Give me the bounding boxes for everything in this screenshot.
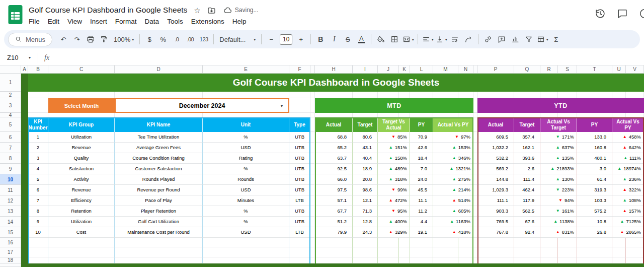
row-header-14[interactable]: 14 <box>0 217 21 227</box>
text-wrap-button[interactable] <box>448 33 461 46</box>
ytd-actual-vs-target-cell[interactable]: ▲831% <box>540 227 577 238</box>
kpi-unit-cell[interactable]: USD <box>203 227 289 238</box>
kpi-number-cell[interactable]: 7 <box>28 195 48 206</box>
cell[interactable] <box>399 92 410 98</box>
cell[interactable] <box>433 92 458 98</box>
kpi-unit-cell[interactable]: Minutes <box>203 195 289 206</box>
column-header-gap-g[interactable] <box>310 65 315 74</box>
ytd-actual-vs-target-cell[interactable]: ▼171% <box>540 132 577 143</box>
cell[interactable] <box>626 92 644 98</box>
cell[interactable] <box>473 92 477 98</box>
row-header-15[interactable]: 15 <box>0 227 21 238</box>
cell[interactable] <box>577 247 612 257</box>
cell[interactable] <box>310 143 315 153</box>
cell[interactable] <box>399 113 410 117</box>
kpi-type-cell[interactable]: UTB <box>289 174 310 185</box>
menu-format[interactable]: Format <box>111 17 141 26</box>
cell[interactable] <box>577 238 612 247</box>
mtd-actual-vs-py-cell[interactable]: ▲153% <box>433 143 473 153</box>
kpi-group-cell[interactable]: Revenue <box>48 185 115 195</box>
kpi-number-cell[interactable]: 9 <box>28 217 48 227</box>
column-header-D[interactable]: D <box>115 65 203 74</box>
sheets-logo-icon[interactable] <box>8 5 23 25</box>
functions-button[interactable]: Σ <box>549 33 562 46</box>
cell[interactable] <box>310 206 315 217</box>
row-header-7[interactable]: 7 <box>0 143 21 153</box>
ytd-target-cell[interactable]: 2.6 <box>514 164 540 174</box>
cell[interactable] <box>558 92 577 98</box>
ytd-target-cell[interactable]: 462.4 <box>514 185 540 195</box>
cell[interactable] <box>310 238 315 247</box>
mtd-actual-vs-py-cell[interactable]: ▲514% <box>433 195 473 206</box>
menu-edit[interactable]: Edit <box>44 17 63 26</box>
comment-history-icon[interactable] <box>617 8 628 19</box>
kpi-type-cell[interactable]: UTB <box>289 164 310 174</box>
cell[interactable] <box>473 247 477 257</box>
column-header-P[interactable]: P <box>477 65 514 74</box>
cell[interactable] <box>378 238 399 247</box>
mtd-actual-vs-py-cell[interactable]: ▲275% <box>433 174 473 185</box>
column-header-B[interactable]: B <box>28 65 48 74</box>
mtd-py-cell[interactable]: 70.9 <box>410 132 433 143</box>
cell[interactable] <box>353 113 378 117</box>
cell[interactable] <box>626 247 644 257</box>
cell[interactable] <box>203 238 289 247</box>
mtd-target-cell[interactable]: 71.3 <box>353 206 378 217</box>
select-all-corner[interactable] <box>0 65 21 74</box>
mtd-target-vs-actual-cell[interactable]: ▲472% <box>378 195 410 206</box>
cell[interactable] <box>473 164 477 174</box>
ytd-target-cell[interactable]: 117.9 <box>514 195 540 206</box>
ytd-actual-vs-py-cell[interactable]: ▲157% <box>612 206 644 217</box>
mtd-py-cell[interactable]: 11.2 <box>410 206 433 217</box>
cell[interactable] <box>353 247 378 257</box>
cell[interactable] <box>28 247 48 257</box>
cell[interactable] <box>315 257 353 263</box>
mtd-py-cell[interactable]: 7.0 <box>410 164 433 174</box>
column-header-M[interactable]: M <box>433 65 458 74</box>
cell[interactable] <box>477 238 514 247</box>
cell[interactable] <box>473 238 477 247</box>
ytd-py-cell[interactable]: 103.3 <box>577 195 612 206</box>
mtd-actual-cell[interactable]: 92.5 <box>315 164 353 174</box>
move-to-folder-icon[interactable] <box>207 6 216 15</box>
cell[interactable] <box>477 113 514 117</box>
decrease-decimal-button[interactable]: .0 <box>170 33 183 46</box>
mtd-target-vs-actual-cell[interactable]: ▼95% <box>378 206 410 217</box>
kpi-name-cell[interactable]: Customer Satisfaction <box>115 164 203 174</box>
cell[interactable] <box>28 98 48 113</box>
cell[interactable] <box>458 247 473 257</box>
cell[interactable] <box>48 113 115 117</box>
ytd-actual-vs-target-cell[interactable]: ▼94% <box>540 195 577 206</box>
cell[interactable] <box>433 247 458 257</box>
kpi-type-cell[interactable]: UTB <box>289 185 310 195</box>
cell[interactable] <box>315 92 353 98</box>
ytd-actual-cell[interactable]: 903.3 <box>477 206 514 217</box>
menu-insert[interactable]: Insert <box>86 17 111 26</box>
column-header-N[interactable]: N <box>458 65 473 74</box>
filter-button[interactable] <box>522 33 535 46</box>
column-header-T[interactable]: T <box>577 65 612 74</box>
cell[interactable] <box>310 113 315 117</box>
mtd-py-cell[interactable]: 45.5 <box>410 185 433 195</box>
ytd-target-cell[interactable]: 67.6 <box>514 217 540 227</box>
cell[interactable] <box>310 98 315 113</box>
menu-tools[interactable]: Tools <box>163 17 187 26</box>
kpi-type-cell[interactable]: LTB <box>289 195 310 206</box>
cell[interactable] <box>473 143 477 153</box>
name-box[interactable]: Z10 <box>7 54 27 61</box>
mtd-target-vs-actual-cell[interactable]: ▲318% <box>378 174 410 185</box>
italic-button[interactable]: I <box>328 33 341 46</box>
cell[interactable] <box>477 247 514 257</box>
row-header-17[interactable]: 17 <box>0 247 21 257</box>
cell[interactable] <box>353 238 378 247</box>
merge-cells-button[interactable]: ▾ <box>401 33 415 46</box>
kpi-number-cell[interactable]: 10 <box>28 227 48 238</box>
ytd-actual-cell[interactable]: 1,032.2 <box>477 143 514 153</box>
kpi-group-cell[interactable]: Utilization <box>48 217 115 227</box>
cell[interactable] <box>473 117 477 132</box>
row-header-10[interactable]: 10 <box>0 174 21 185</box>
mtd-py-cell[interactable]: 18.4 <box>410 153 433 164</box>
cell[interactable] <box>310 132 315 143</box>
cell[interactable] <box>289 92 310 98</box>
cell[interactable] <box>310 227 315 238</box>
